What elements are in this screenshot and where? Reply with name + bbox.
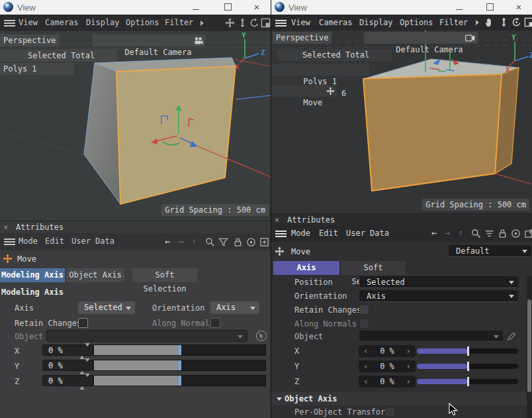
position-dropdown[interactable]: Selected xyxy=(359,276,518,288)
camera-menu[interactable]: Default Camera xyxy=(364,32,478,44)
slider-x-value-field[interactable]: 0 % xyxy=(42,344,93,356)
menu-filter[interactable]: Filter xyxy=(439,18,468,27)
3d-viewport[interactable]: Y Z X Perspective Default Camera Selecte… xyxy=(0,31,271,221)
slider-y[interactable] xyxy=(417,364,518,369)
along-normals-checkbox[interactable] xyxy=(359,319,369,329)
along-normals-checkbox[interactable] xyxy=(210,318,220,328)
cube[interactable] xyxy=(363,59,519,191)
minimize-button[interactable] xyxy=(187,0,205,15)
tab-soft-selection[interactable]: Soft Selection xyxy=(341,261,406,275)
search-icon[interactable] xyxy=(471,229,481,238)
slider-x-handle[interactable] xyxy=(179,345,181,355)
panel-close-icon[interactable]: × xyxy=(3,223,8,232)
panel-close-icon[interactable]: × xyxy=(275,215,279,225)
menu-overflow-icon[interactable] xyxy=(200,21,204,26)
projection-menu[interactable]: Perspective xyxy=(273,32,332,44)
slider-y-value-field[interactable]: 0 % xyxy=(42,360,93,371)
filter-lines-icon[interactable] xyxy=(484,229,494,238)
increment-icon[interactable]: › xyxy=(406,360,411,372)
menu-mode[interactable]: Mode xyxy=(19,236,38,246)
orientation-dropdown[interactable]: Axis xyxy=(359,290,518,302)
plus-box-icon[interactable] xyxy=(259,237,269,247)
toggle-view-icon[interactable] xyxy=(524,17,532,27)
menu-cameras[interactable]: Cameras xyxy=(45,18,79,27)
menu-mode[interactable]: Mode xyxy=(291,229,310,238)
pen-icon[interactable] xyxy=(507,331,517,341)
pan-icon[interactable] xyxy=(225,18,235,28)
increment-icon[interactable]: › xyxy=(406,345,411,357)
spinner-arrows-icon[interactable] xyxy=(79,377,90,386)
menu-filter[interactable]: Filter xyxy=(165,18,193,27)
maximize-button[interactable] xyxy=(218,0,237,15)
up-arrow-icon[interactable]: ↑ xyxy=(458,227,463,238)
open-new-icon[interactable] xyxy=(524,229,532,238)
3d-viewport[interactable]: Y Z X Perspective Default Camera Selecte… xyxy=(271,30,532,213)
slider-z-handle[interactable] xyxy=(467,377,469,386)
slider-z-value-field[interactable]: ‹ 0 % › xyxy=(359,376,416,388)
slider-x-value-field[interactable]: ‹ 0 % › xyxy=(359,345,416,357)
menu-display[interactable]: Display xyxy=(86,18,120,27)
orbit-icon[interactable] xyxy=(511,17,521,27)
menu-overflow-icon[interactable] xyxy=(476,20,479,25)
menu-user-data[interactable]: User Data xyxy=(71,236,114,246)
maximize-button[interactable] xyxy=(480,0,499,15)
object-link-field[interactable] xyxy=(359,331,503,342)
menu-view[interactable]: View xyxy=(291,18,310,27)
pick-object-icon[interactable] xyxy=(255,330,267,342)
toggle-view-icon[interactable] xyxy=(261,18,271,28)
spinner-arrows-icon[interactable] xyxy=(79,362,90,371)
close-button[interactable]: × xyxy=(510,0,528,15)
orbit-icon[interactable] xyxy=(249,18,259,28)
axis-dropdown[interactable]: Selected xyxy=(78,301,135,314)
up-arrow-icon[interactable]: ↑ xyxy=(191,236,197,246)
hand-icon[interactable] xyxy=(484,17,494,27)
tab-soft-selection[interactable]: Soft Selection xyxy=(132,268,197,282)
slider-z-handle[interactable] xyxy=(179,376,181,386)
slider-x[interactable] xyxy=(417,348,518,354)
menu-options[interactable]: Options xyxy=(400,18,433,27)
tab-modeling-axis[interactable]: Modeling Axis xyxy=(0,268,65,282)
slider-y-handle[interactable] xyxy=(179,360,181,370)
menu-user-data[interactable]: User Data xyxy=(346,229,389,238)
lock-icon[interactable] xyxy=(498,229,508,238)
menu-edit[interactable]: Edit xyxy=(319,229,338,238)
close-button[interactable]: × xyxy=(247,0,266,15)
minimize-button[interactable] xyxy=(450,0,468,15)
forward-arrow-icon[interactable]: → xyxy=(445,227,450,238)
orientation-dropdown[interactable]: Axis xyxy=(210,301,259,314)
menu-cameras[interactable]: Cameras xyxy=(319,18,353,27)
slider-x-handle[interactable] xyxy=(467,346,469,356)
target-icon[interactable] xyxy=(246,237,256,247)
menu-display[interactable]: Display xyxy=(359,18,393,27)
tab-axis[interactable]: Axis xyxy=(273,261,339,275)
forward-arrow-icon[interactable]: → xyxy=(178,236,183,246)
retain-changes-checkbox[interactable] xyxy=(78,318,88,328)
slider-y-handle[interactable] xyxy=(467,362,469,371)
window-titlebar[interactable]: View × xyxy=(0,0,271,15)
preset-dropdown[interactable]: Default xyxy=(449,245,531,257)
object-axis-section-header[interactable]: Object Axis xyxy=(271,392,532,405)
retain-changes-checkbox[interactable] xyxy=(359,305,369,315)
menu-hamburger-icon[interactable] xyxy=(4,237,15,246)
funnel-icon[interactable] xyxy=(218,237,228,247)
camera-menu[interactable]: Default Camera xyxy=(93,34,205,46)
slider-y-value-field[interactable]: ‹ 0 % › xyxy=(359,360,416,372)
slider-y[interactable] xyxy=(93,360,266,371)
slider-z-value-field[interactable]: 0 % xyxy=(42,375,93,386)
search-icon[interactable] xyxy=(205,237,215,247)
tab-object-axis[interactable]: Object Axis xyxy=(66,268,124,282)
window-titlebar[interactable]: View × xyxy=(271,0,532,15)
spinner-arrows-icon[interactable] xyxy=(79,346,90,356)
dolly-icon[interactable] xyxy=(499,17,509,27)
increment-icon[interactable]: › xyxy=(406,376,411,388)
dolly-icon[interactable] xyxy=(238,18,247,28)
menu-hamburger-icon[interactable] xyxy=(4,19,15,28)
slider-z[interactable] xyxy=(417,379,518,384)
menu-hamburger-icon[interactable] xyxy=(275,19,287,28)
scrollbar-thumb[interactable] xyxy=(527,299,531,392)
menu-hamburger-icon[interactable] xyxy=(275,229,287,238)
menu-view[interactable]: View xyxy=(19,18,38,27)
menu-edit[interactable]: Edit xyxy=(45,236,64,246)
back-arrow-icon[interactable]: ← xyxy=(431,227,437,238)
menu-options[interactable]: Options xyxy=(126,18,159,27)
